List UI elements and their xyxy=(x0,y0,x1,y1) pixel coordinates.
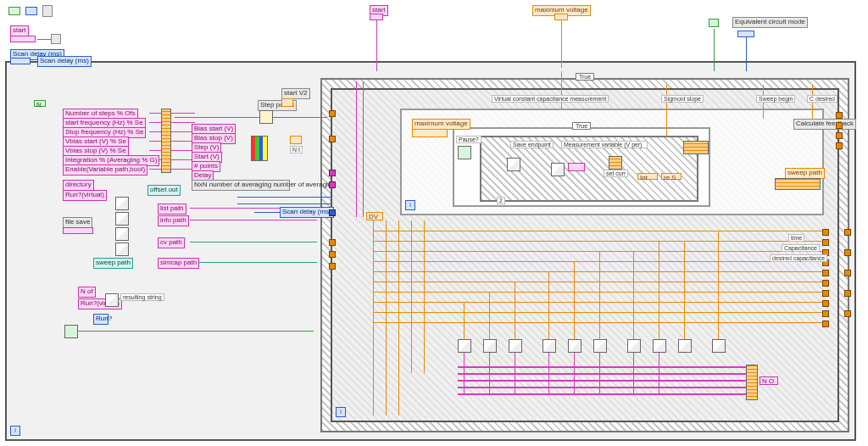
tunnel xyxy=(329,251,336,258)
case-selector[interactable]: True xyxy=(576,73,594,81)
n-t-ctrl[interactable] xyxy=(290,136,302,144)
tunnel xyxy=(329,209,336,216)
wire xyxy=(373,312,822,313)
wire xyxy=(746,37,747,71)
start-label: start xyxy=(10,25,29,36)
wire xyxy=(373,282,822,282)
triangle-compare-icon xyxy=(64,325,78,338)
tunnel xyxy=(329,263,336,270)
bool-control-icon[interactable] xyxy=(25,7,37,15)
measurement-variable: Measurement variable (V per) xyxy=(561,141,648,148)
n-t-label: N t xyxy=(290,146,303,153)
tunnel xyxy=(329,170,336,176)
sigmoid-slope: Sigmoid slope xyxy=(661,95,704,103)
info-path[interactable]: info path xyxy=(158,215,189,226)
start-top-ctrl[interactable] xyxy=(370,14,383,20)
set-curr-label: set curr xyxy=(604,170,628,177)
scan-delay-ms-2: Scan delay (ms) xyxy=(280,207,334,218)
list-path[interactable]: list path xyxy=(158,203,186,215)
wire xyxy=(190,242,317,243)
wire xyxy=(373,271,822,272)
run-bool[interactable]: Run? xyxy=(93,314,108,325)
sweep-path-label: sweep path xyxy=(93,258,133,269)
wire xyxy=(76,331,314,332)
tunnel-out xyxy=(844,270,851,276)
bus-vi-3 xyxy=(509,339,522,353)
wire xyxy=(548,271,549,339)
inner-index-i: i xyxy=(405,200,415,210)
start-v2-ctrl[interactable] xyxy=(281,98,293,107)
offset-out: offset out xyxy=(147,185,181,196)
ecm-bool-icon[interactable] xyxy=(709,19,719,27)
scan-delay-value[interactable] xyxy=(10,58,31,64)
tunnel xyxy=(329,110,336,117)
bus-vi-6 xyxy=(593,339,607,353)
sweep-bundle-icon xyxy=(775,178,821,190)
tunnel-out xyxy=(844,290,851,297)
wire xyxy=(149,131,195,132)
pink-bundle-out xyxy=(746,365,758,400)
time-label: time xyxy=(788,234,804,242)
shift-register xyxy=(822,229,829,236)
pause-label: Pause? xyxy=(456,136,481,143)
inner-case-selector[interactable]: True xyxy=(572,122,591,130)
bus-vi-7 xyxy=(627,339,641,353)
nf-of: N of xyxy=(78,287,96,298)
wire xyxy=(356,81,357,217)
start-v2: start V2 xyxy=(281,88,310,99)
build-path-1-icon xyxy=(115,197,129,210)
build-path-2-icon xyxy=(115,212,129,226)
wire xyxy=(190,262,317,263)
wire xyxy=(373,292,822,293)
tunnel xyxy=(329,181,336,188)
bus-vi-5 xyxy=(568,339,581,353)
wire xyxy=(458,393,746,395)
error-cluster-in-icon[interactable] xyxy=(8,7,20,15)
bus-vi-8 xyxy=(653,339,666,353)
shift-register xyxy=(836,112,843,119)
wire xyxy=(373,251,822,252)
wire xyxy=(149,169,195,170)
wire xyxy=(458,373,746,375)
wire xyxy=(458,366,746,368)
build-path-4-icon xyxy=(115,243,129,256)
shift-register xyxy=(822,300,829,307)
cv-path[interactable]: cv path xyxy=(158,237,185,248)
shift-register xyxy=(822,290,829,297)
tunnel-out xyxy=(844,310,851,317)
tunnel xyxy=(329,136,336,142)
wire xyxy=(37,39,51,40)
sweep-path-right: sweep path xyxy=(785,168,825,179)
max-voltage-inner-ctrl[interactable] xyxy=(412,129,448,137)
c-desired: C desired xyxy=(807,95,837,103)
virtual-cap-meas: Virtual constant capacitance measurement xyxy=(492,95,609,103)
wire xyxy=(373,322,822,323)
ecm-numeric[interactable] xyxy=(737,31,754,37)
sweep-begin: Sweep begin xyxy=(756,95,795,103)
start-control[interactable] xyxy=(10,36,36,42)
enable-var[interactable]: Enable(Variable path,bool) xyxy=(63,164,147,176)
block-diagram: i start Scan delay (ms) Scan delay (ms) … xyxy=(0,0,868,446)
wire xyxy=(373,241,822,242)
two-const: 2 xyxy=(497,197,505,204)
build-path-3-icon xyxy=(115,227,129,241)
tunnel-out xyxy=(844,249,851,256)
wire xyxy=(149,150,195,151)
wire xyxy=(376,20,377,71)
pause-bool-icon[interactable] xyxy=(458,146,471,159)
n-o-indicator: N O xyxy=(760,376,778,385)
wire xyxy=(237,203,332,204)
shift-register xyxy=(836,122,843,129)
desired-cap-label: desired capacitance xyxy=(770,254,827,262)
file-save-ctrl[interactable] xyxy=(63,227,93,234)
stop-button-icon[interactable] xyxy=(42,5,53,17)
bus-vi-1 xyxy=(458,339,471,353)
n-terminal: N xyxy=(34,100,46,107)
simcap-path[interactable]: simcap path xyxy=(158,258,199,269)
int-indicator: Int xyxy=(637,173,658,180)
wire xyxy=(714,29,715,71)
meas-var-ctrl[interactable] xyxy=(568,163,585,171)
wire xyxy=(684,241,685,339)
wire xyxy=(373,220,374,415)
max-voltage-ctrl[interactable] xyxy=(554,14,568,20)
